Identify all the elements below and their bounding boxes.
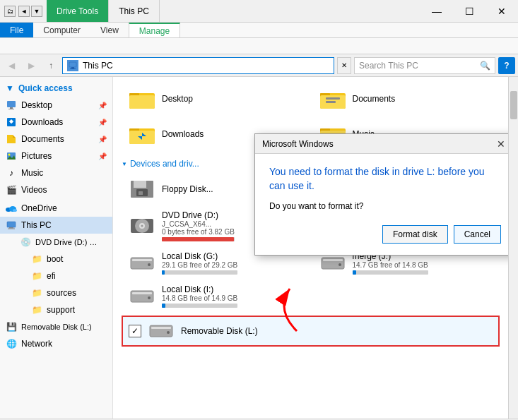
sidebar-this-pc[interactable]: This PC: [0, 217, 112, 234]
removable-disk-label: Removable Disk (L:): [181, 326, 258, 336]
sidebar-documents[interactable]: Documents 📌: [0, 131, 112, 148]
forward-button[interactable]: ▶: [23, 57, 40, 74]
address-field[interactable]: This PC: [62, 57, 334, 74]
scrollbar[interactable]: [508, 77, 518, 419]
quick-access-arrow: ▼: [6, 83, 14, 93]
modal-close-button[interactable]: ✕: [494, 137, 508, 151]
address-text: This PC: [83, 61, 113, 71]
svg-point-60: [167, 331, 170, 334]
svg-point-18: [13, 209, 17, 212]
svg-rect-10: [7, 135, 13, 143]
address-bar: ◀ ▶ ↑ This PC ✕ Search This PC 🔍 ?: [0, 54, 518, 77]
ribbon-tab-manage[interactable]: Manage: [129, 23, 180, 37]
svg-rect-12: [13, 138, 16, 143]
sidebar-onedrive[interactable]: OneDrive: [0, 200, 112, 217]
svg-point-45: [141, 225, 143, 227]
sidebar-pictures[interactable]: Pictures 📌: [0, 148, 112, 164]
svg-rect-24: [129, 95, 155, 109]
folder-desktop[interactable]: Desktop: [122, 83, 310, 115]
dvd-label: DVD Drive (D:): [162, 210, 235, 220]
sidebar-pictures-label: Pictures: [21, 151, 52, 161]
sidebar-removable[interactable]: 💾 Removable Disk (L:): [0, 318, 112, 335]
svg-rect-56: [132, 292, 152, 294]
close-button[interactable]: ✕: [485, 0, 518, 23]
cancel-button[interactable]: Cancel: [454, 225, 501, 244]
sidebar-dvd[interactable]: 💿 DVD Drive (D:) J_CCS...: [14, 234, 112, 251]
sidebar-music[interactable]: ♪ Music: [0, 164, 112, 181]
sidebar-videos-label: Videos: [21, 185, 47, 195]
network-icon: 🌐: [6, 338, 17, 349]
folder-documents[interactable]: Documents: [312, 83, 500, 115]
sidebar-efi[interactable]: 📁 efi: [25, 268, 112, 284]
folder-downloads-label: Downloads: [162, 129, 204, 139]
pictures-icon: [6, 150, 17, 162]
sidebar-desktop-label: Desktop: [21, 100, 52, 110]
sidebar-documents-label: Documents: [21, 134, 64, 144]
search-icon: 🔍: [480, 61, 490, 71]
sidebar-videos[interactable]: 🎬 Videos: [0, 181, 112, 198]
svg-rect-19: [7, 222, 16, 227]
modal-title-bar: Microsoft Windows ✕: [255, 134, 508, 154]
back-button[interactable]: ◀: [3, 57, 20, 74]
format-disk-button[interactable]: Format disk: [382, 225, 448, 244]
ribbon-tab-view[interactable]: View: [90, 23, 129, 37]
sidebar-support[interactable]: 📁 support: [25, 301, 112, 318]
sidebar-network[interactable]: 🌐 Network: [0, 335, 112, 352]
sidebar-quick-access[interactable]: ▼ Quick access: [0, 80, 112, 97]
sidebar-sources-label: sources: [47, 288, 76, 298]
sidebar-desktop[interactable]: Desktop 📌: [0, 97, 112, 114]
sidebar-sources[interactable]: 📁 sources: [25, 284, 112, 301]
ribbon-tabs: File Computer View Manage: [0, 23, 518, 38]
minimize-button[interactable]: —: [420, 0, 453, 23]
dvd-sub2: 0 bytes free of 3.82 GB: [162, 228, 235, 236]
svg-rect-28: [326, 97, 340, 100]
maximize-button[interactable]: ☐: [453, 0, 485, 23]
ribbon-tab-file[interactable]: File: [0, 23, 33, 37]
desktop-icon: [6, 100, 17, 111]
sidebar-dvd-label: DVD Drive (D:) J_CCS...: [35, 238, 99, 246]
svg-rect-2: [70, 68, 76, 69]
title-bar-tabs: Drive Tools This PC: [47, 0, 420, 22]
main-area: ▼ Quick access Desktop 📌 Downloads 📌: [0, 77, 518, 419]
svg-rect-53: [323, 259, 343, 261]
scroll-thumb[interactable]: [510, 91, 517, 119]
floppy-icon: [128, 178, 156, 200]
tab-drive-tools[interactable]: Drive Tools: [47, 0, 109, 22]
quick-access-icon[interactable]: 🗂: [4, 6, 16, 17]
checkbox-removable[interactable]: ✓: [129, 325, 141, 337]
svg-point-57: [148, 296, 151, 299]
disk-removable-selected[interactable]: ✓ Removable Disk (L:): [122, 316, 500, 347]
folder-documents-label: Documents: [353, 94, 396, 104]
sidebar-support-label: support: [47, 305, 75, 315]
svg-rect-21: [8, 229, 15, 229]
clear-address-button[interactable]: ✕: [337, 57, 351, 74]
pc-icon: [67, 60, 78, 71]
ribbon-tab-computer[interactable]: Computer: [33, 23, 90, 37]
sidebar-boot[interactable]: 📁 boot: [25, 251, 112, 268]
devices-label: Devices and driv...: [130, 159, 199, 169]
customize-icon[interactable]: ▼: [31, 6, 42, 17]
up-button[interactable]: ↑: [42, 57, 59, 74]
sidebar-downloads[interactable]: Downloads 📌: [0, 114, 112, 131]
sidebar-efi-label: efi: [47, 271, 56, 281]
svg-marker-11: [13, 135, 16, 138]
svg-rect-41: [139, 191, 143, 195]
sidebar-onedrive-label: OneDrive: [21, 203, 57, 213]
title-bar-left: 🗂 ◄ ▼: [0, 0, 47, 22]
modal-title: Microsoft Windows: [262, 139, 334, 149]
disk-g-icon: [128, 252, 156, 275]
sidebar-removable-label: Removable Disk (L:): [21, 323, 92, 331]
svg-rect-50: [132, 259, 152, 261]
disk-i-label: Local Disk (I:): [162, 284, 237, 294]
help-button[interactable]: ?: [498, 57, 515, 74]
modal-body: You need to format the disk in drive L: …: [255, 154, 508, 255]
svg-point-51: [148, 263, 151, 266]
search-placeholder: Search This PC: [359, 61, 418, 71]
tab-this-pc[interactable]: This PC: [109, 0, 160, 22]
back-icon[interactable]: ◄: [18, 6, 30, 17]
title-bar-icons: ◄ ▼: [18, 6, 42, 17]
svg-rect-1: [71, 67, 74, 68]
disk-i[interactable]: Local Disk (I:) 14.8 GB free of 14.9 GB: [122, 281, 310, 311]
folder-desktop-label: Desktop: [162, 94, 193, 104]
search-box[interactable]: Search This PC 🔍: [354, 57, 495, 74]
